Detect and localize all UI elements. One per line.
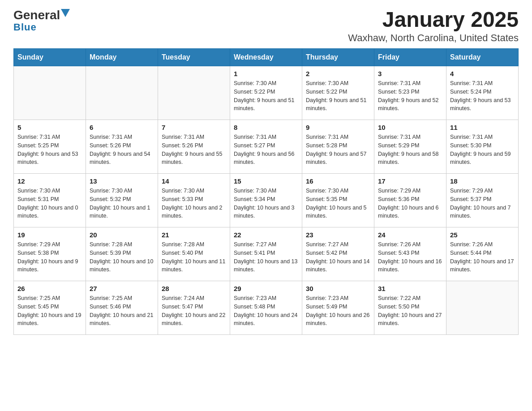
calendar-table: SundayMondayTuesdayWednesdayThursdayFrid… bbox=[13, 48, 519, 335]
day-number: 3 bbox=[378, 70, 442, 77]
day-number: 25 bbox=[450, 231, 515, 239]
day-number: 18 bbox=[450, 177, 515, 185]
day-info: Sunrise: 7:23 AMSunset: 5:48 PMDaylight:… bbox=[234, 294, 298, 328]
calendar-week-row: 12Sunrise: 7:30 AMSunset: 5:31 PMDayligh… bbox=[14, 174, 519, 227]
calendar-cell bbox=[158, 66, 230, 120]
day-number: 10 bbox=[378, 124, 442, 131]
logo-text-general: General bbox=[13, 9, 60, 21]
calendar-cell bbox=[446, 281, 519, 335]
day-info: Sunrise: 7:22 AMSunset: 5:50 PMDaylight:… bbox=[378, 294, 442, 328]
calendar-day-header-wednesday: Wednesday bbox=[230, 49, 302, 66]
day-info: Sunrise: 7:26 AMSunset: 5:43 PMDaylight:… bbox=[378, 240, 442, 274]
day-info: Sunrise: 7:24 AMSunset: 5:47 PMDaylight:… bbox=[162, 294, 226, 328]
day-number: 29 bbox=[234, 285, 298, 292]
calendar-cell: 16Sunrise: 7:30 AMSunset: 5:35 PMDayligh… bbox=[302, 174, 374, 227]
logo: General Blue bbox=[13, 9, 70, 33]
calendar-day-header-monday: Monday bbox=[86, 49, 158, 66]
day-number: 1 bbox=[234, 70, 298, 77]
calendar-day-header-sunday: Sunday bbox=[14, 49, 86, 66]
day-info: Sunrise: 7:30 AMSunset: 5:34 PMDaylight:… bbox=[234, 187, 298, 220]
page-subtitle: Waxhaw, North Carolina, United States bbox=[348, 32, 519, 44]
day-info: Sunrise: 7:30 AMSunset: 5:31 PMDaylight:… bbox=[17, 187, 82, 220]
day-number: 16 bbox=[306, 177, 370, 185]
calendar-cell: 2Sunrise: 7:30 AMSunset: 5:22 PMDaylight… bbox=[302, 66, 374, 120]
calendar-cell: 5Sunrise: 7:31 AMSunset: 5:25 PMDaylight… bbox=[14, 120, 86, 174]
calendar-cell: 10Sunrise: 7:31 AMSunset: 5:29 PMDayligh… bbox=[374, 120, 446, 174]
calendar-cell bbox=[14, 66, 86, 120]
day-number: 23 bbox=[306, 231, 370, 239]
calendar-cell: 21Sunrise: 7:28 AMSunset: 5:40 PMDayligh… bbox=[158, 227, 230, 281]
day-info: Sunrise: 7:30 AMSunset: 5:35 PMDaylight:… bbox=[306, 187, 370, 220]
calendar-day-header-saturday: Saturday bbox=[446, 49, 519, 66]
day-number: 9 bbox=[306, 124, 370, 131]
day-number: 17 bbox=[378, 177, 442, 185]
day-number: 27 bbox=[90, 285, 154, 292]
day-info: Sunrise: 7:23 AMSunset: 5:49 PMDaylight:… bbox=[306, 294, 370, 328]
calendar-cell: 11Sunrise: 7:31 AMSunset: 5:30 PMDayligh… bbox=[446, 120, 519, 174]
calendar-cell: 9Sunrise: 7:31 AMSunset: 5:28 PMDaylight… bbox=[302, 120, 374, 174]
day-info: Sunrise: 7:31 AMSunset: 5:29 PMDaylight:… bbox=[378, 133, 442, 167]
calendar-cell: 27Sunrise: 7:25 AMSunset: 5:46 PMDayligh… bbox=[86, 281, 158, 335]
day-info: Sunrise: 7:31 AMSunset: 5:30 PMDaylight:… bbox=[450, 133, 515, 167]
day-info: Sunrise: 7:28 AMSunset: 5:39 PMDaylight:… bbox=[90, 240, 154, 274]
day-info: Sunrise: 7:25 AMSunset: 5:45 PMDaylight:… bbox=[17, 294, 82, 328]
day-info: Sunrise: 7:25 AMSunset: 5:46 PMDaylight:… bbox=[90, 294, 154, 328]
day-info: Sunrise: 7:31 AMSunset: 5:25 PMDaylight:… bbox=[17, 133, 82, 167]
calendar-cell: 31Sunrise: 7:22 AMSunset: 5:50 PMDayligh… bbox=[374, 281, 446, 335]
day-number: 28 bbox=[162, 285, 226, 292]
calendar-cell: 1Sunrise: 7:30 AMSunset: 5:22 PMDaylight… bbox=[230, 66, 302, 120]
calendar-cell: 26Sunrise: 7:25 AMSunset: 5:45 PMDayligh… bbox=[14, 281, 86, 335]
day-info: Sunrise: 7:31 AMSunset: 5:26 PMDaylight:… bbox=[162, 133, 226, 167]
calendar-cell: 14Sunrise: 7:30 AMSunset: 5:33 PMDayligh… bbox=[158, 174, 230, 227]
day-number: 13 bbox=[90, 177, 154, 185]
calendar-day-header-friday: Friday bbox=[374, 49, 446, 66]
day-number: 21 bbox=[162, 231, 226, 239]
calendar-cell: 19Sunrise: 7:29 AMSunset: 5:38 PMDayligh… bbox=[14, 227, 86, 281]
calendar-cell: 30Sunrise: 7:23 AMSunset: 5:49 PMDayligh… bbox=[302, 281, 374, 335]
day-info: Sunrise: 7:29 AMSunset: 5:37 PMDaylight:… bbox=[450, 187, 515, 220]
svg-marker-0 bbox=[61, 9, 70, 17]
calendar-cell: 7Sunrise: 7:31 AMSunset: 5:26 PMDaylight… bbox=[158, 120, 230, 174]
day-info: Sunrise: 7:31 AMSunset: 5:23 PMDaylight:… bbox=[378, 79, 442, 113]
calendar-cell: 12Sunrise: 7:30 AMSunset: 5:31 PMDayligh… bbox=[14, 174, 86, 227]
day-number: 8 bbox=[234, 124, 298, 131]
day-info: Sunrise: 7:28 AMSunset: 5:40 PMDaylight:… bbox=[162, 240, 226, 274]
calendar-cell: 6Sunrise: 7:31 AMSunset: 5:26 PMDaylight… bbox=[86, 120, 158, 174]
day-info: Sunrise: 7:31 AMSunset: 5:26 PMDaylight:… bbox=[90, 133, 154, 167]
day-info: Sunrise: 7:31 AMSunset: 5:28 PMDaylight:… bbox=[306, 133, 370, 167]
calendar-week-row: 1Sunrise: 7:30 AMSunset: 5:22 PMDaylight… bbox=[14, 66, 519, 120]
calendar-cell: 3Sunrise: 7:31 AMSunset: 5:23 PMDaylight… bbox=[374, 66, 446, 120]
calendar-cell: 24Sunrise: 7:26 AMSunset: 5:43 PMDayligh… bbox=[374, 227, 446, 281]
calendar-day-header-thursday: Thursday bbox=[302, 49, 374, 66]
calendar-cell: 22Sunrise: 7:27 AMSunset: 5:41 PMDayligh… bbox=[230, 227, 302, 281]
day-number: 24 bbox=[378, 231, 442, 239]
day-number: 7 bbox=[162, 124, 226, 131]
day-info: Sunrise: 7:26 AMSunset: 5:44 PMDaylight:… bbox=[450, 240, 515, 274]
title-block: January 2025 Waxhaw, North Carolina, Uni… bbox=[348, 9, 519, 44]
day-number: 5 bbox=[17, 124, 82, 131]
day-info: Sunrise: 7:27 AMSunset: 5:42 PMDaylight:… bbox=[306, 240, 370, 274]
day-info: Sunrise: 7:30 AMSunset: 5:32 PMDaylight:… bbox=[90, 187, 154, 220]
day-number: 22 bbox=[234, 231, 298, 239]
day-number: 12 bbox=[17, 177, 82, 185]
calendar-cell: 17Sunrise: 7:29 AMSunset: 5:36 PMDayligh… bbox=[374, 174, 446, 227]
day-info: Sunrise: 7:30 AMSunset: 5:22 PMDaylight:… bbox=[306, 79, 370, 113]
calendar-cell: 25Sunrise: 7:26 AMSunset: 5:44 PMDayligh… bbox=[446, 227, 519, 281]
day-number: 15 bbox=[234, 177, 298, 185]
calendar-cell: 4Sunrise: 7:31 AMSunset: 5:24 PMDaylight… bbox=[446, 66, 519, 120]
logo-arrow-icon bbox=[61, 9, 70, 18]
calendar-cell: 20Sunrise: 7:28 AMSunset: 5:39 PMDayligh… bbox=[86, 227, 158, 281]
day-number: 19 bbox=[17, 231, 82, 239]
day-number: 4 bbox=[450, 70, 515, 77]
calendar-cell: 13Sunrise: 7:30 AMSunset: 5:32 PMDayligh… bbox=[86, 174, 158, 227]
page-header: General Blue January 2025 Waxhaw, North … bbox=[13, 9, 519, 44]
day-info: Sunrise: 7:29 AMSunset: 5:36 PMDaylight:… bbox=[378, 187, 442, 220]
day-info: Sunrise: 7:27 AMSunset: 5:41 PMDaylight:… bbox=[234, 240, 298, 274]
calendar-cell: 8Sunrise: 7:31 AMSunset: 5:27 PMDaylight… bbox=[230, 120, 302, 174]
day-info: Sunrise: 7:30 AMSunset: 5:22 PMDaylight:… bbox=[234, 79, 298, 113]
logo-text-blue: Blue bbox=[13, 21, 37, 33]
day-number: 26 bbox=[17, 285, 82, 292]
day-number: 6 bbox=[90, 124, 154, 131]
page-title: January 2025 bbox=[348, 9, 519, 30]
day-info: Sunrise: 7:30 AMSunset: 5:33 PMDaylight:… bbox=[162, 187, 226, 220]
